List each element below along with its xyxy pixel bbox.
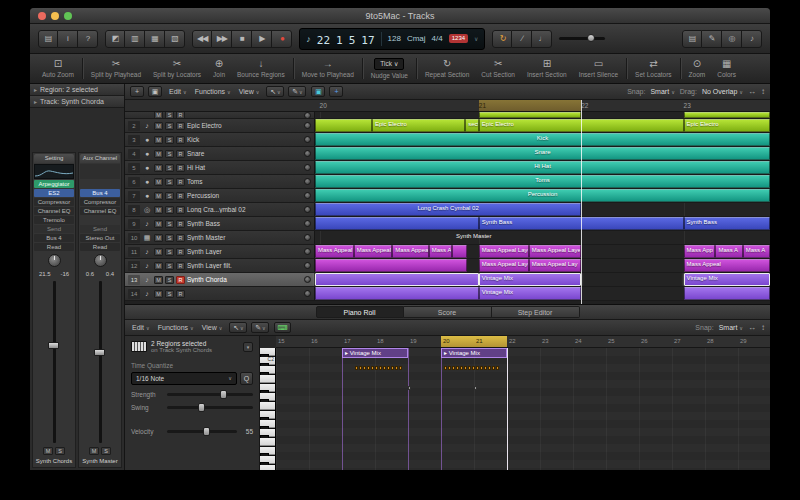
action-cut-section[interactable]: ✂Cut Section bbox=[475, 54, 521, 83]
track-mute-button[interactable]: M bbox=[154, 234, 163, 242]
midi-note[interactable] bbox=[480, 366, 483, 370]
track-record-button[interactable]: R bbox=[176, 112, 185, 119]
track-knob[interactable] bbox=[304, 112, 311, 119]
action-join[interactable]: ⊕Join bbox=[207, 54, 231, 83]
region[interactable]: Long Crash Cymbal 02 bbox=[315, 203, 581, 216]
track-header[interactable]: 2♪MSREpic Electro bbox=[125, 119, 315, 132]
track-knob[interactable] bbox=[304, 178, 311, 185]
track-knob[interactable] bbox=[304, 290, 311, 297]
action-set-locators[interactable]: ⇄Set Locators bbox=[629, 54, 678, 83]
pr-grid[interactable]: ▸ Vintage Mix▸ Vintage Mix bbox=[276, 348, 770, 470]
action-zoom[interactable]: ⊙Zoom bbox=[683, 54, 712, 83]
region[interactable]: Mass Appeal Lay bbox=[529, 259, 581, 272]
plugin-slot-compressor[interactable]: Compressor bbox=[34, 198, 74, 206]
region[interactable]: Mass Appeal Laye bbox=[392, 245, 428, 258]
track-mute-button[interactable]: M bbox=[154, 220, 163, 228]
plugin-slot-channel-eq[interactable]: Channel EQ bbox=[34, 207, 74, 215]
h-zoom-icon[interactable]: ↔ bbox=[748, 87, 756, 96]
midi-note[interactable] bbox=[488, 366, 491, 370]
track-knob[interactable] bbox=[304, 164, 311, 171]
track-knob[interactable] bbox=[304, 248, 311, 255]
master-volume-slider[interactable] bbox=[559, 37, 605, 40]
region[interactable]: Vintage Mix bbox=[684, 273, 770, 286]
track-solo-button[interactable]: S bbox=[165, 290, 174, 298]
action-repeat-section[interactable]: ↻Repeat Section bbox=[419, 54, 475, 83]
track-record-button[interactable]: R bbox=[176, 248, 185, 256]
track-mute-button[interactable]: M bbox=[154, 248, 163, 256]
track-record-button[interactable]: R bbox=[176, 220, 185, 228]
strength-slider-knob[interactable] bbox=[220, 390, 227, 399]
fullscreen-button[interactable] bbox=[64, 12, 72, 20]
track-header[interactable]: MSR bbox=[125, 112, 315, 118]
region[interactable]: Mass App bbox=[684, 245, 716, 258]
play-button[interactable]: ▶ bbox=[252, 30, 272, 48]
region[interactable]: Mass Appeal Laye bbox=[479, 245, 529, 258]
titlebar[interactable]: 9to5Mac - Tracks bbox=[30, 8, 770, 24]
midi-note[interactable] bbox=[496, 366, 499, 370]
velocity-slider-knob[interactable] bbox=[203, 427, 210, 436]
track-record-button[interactable]: R bbox=[176, 206, 185, 214]
midi-region[interactable]: ▸ Vintage Mix bbox=[441, 348, 507, 358]
track-mute-button[interactable]: M bbox=[154, 178, 163, 186]
track-header[interactable]: 5●MSRHi Hat bbox=[125, 161, 315, 174]
duplicate-track-button[interactable]: ▣ bbox=[148, 86, 162, 97]
smart-controls-button[interactable]: ◩ bbox=[105, 30, 125, 48]
track-record-button[interactable]: R bbox=[176, 234, 185, 242]
midi-note[interactable] bbox=[448, 366, 451, 370]
track-knob[interactable] bbox=[304, 192, 311, 199]
track-knob[interactable] bbox=[304, 262, 311, 269]
track-knob[interactable] bbox=[304, 136, 311, 143]
midi-in-button[interactable]: + bbox=[329, 86, 343, 97]
midi-note[interactable] bbox=[476, 366, 479, 370]
output-slot[interactable]: Bus 4 bbox=[34, 234, 74, 242]
region[interactable]: Epic Electro bbox=[372, 119, 465, 132]
forward-button[interactable]: ▶▶ bbox=[212, 30, 232, 48]
tab-piano-roll[interactable]: Piano Roll bbox=[316, 306, 404, 318]
catch-playhead-button[interactable]: ▣ bbox=[311, 86, 325, 97]
note-pads-button[interactable]: ✎ bbox=[702, 30, 722, 48]
volume-fader[interactable] bbox=[34, 279, 74, 445]
region[interactable]: Vintage Mix bbox=[479, 273, 581, 286]
track-record-button[interactable]: R bbox=[176, 276, 185, 284]
midi-note[interactable] bbox=[492, 366, 495, 370]
record-button[interactable]: ● bbox=[272, 30, 292, 48]
track-header[interactable]: 9♪MSRSynth Bass bbox=[125, 217, 315, 230]
region[interactable]: Kick bbox=[315, 133, 770, 146]
midi-note[interactable] bbox=[484, 366, 487, 370]
input-slot[interactable]: Bus 4 bbox=[80, 189, 120, 197]
snap-select[interactable]: Smart∨ bbox=[719, 324, 743, 331]
strip-1-fader-cap[interactable] bbox=[94, 349, 105, 356]
close-button[interactable] bbox=[38, 12, 46, 20]
midi-note[interactable] bbox=[383, 366, 386, 370]
midi-note[interactable] bbox=[395, 366, 398, 370]
h-zoom-icon[interactable]: ↔ bbox=[748, 323, 756, 332]
menu-view[interactable]: View∨ bbox=[200, 324, 225, 331]
region[interactable] bbox=[452, 245, 468, 258]
track-solo-button[interactable]: S bbox=[165, 234, 174, 242]
piano-key-white[interactable] bbox=[260, 375, 275, 383]
region[interactable]: Mass A bbox=[429, 245, 452, 258]
swing-slider[interactable] bbox=[167, 406, 253, 409]
region[interactable]: Mass A bbox=[715, 245, 742, 258]
midi-note[interactable] bbox=[367, 366, 370, 370]
track-mute-button[interactable]: M bbox=[154, 276, 163, 284]
region[interactable]: Mass Appeal Laye bbox=[315, 245, 354, 258]
minimize-button[interactable] bbox=[51, 12, 59, 20]
instrument-slot[interactable]: ES2 bbox=[34, 189, 74, 197]
track-mute-button[interactable]: M bbox=[154, 262, 163, 270]
action-colors[interactable]: ▦Colors bbox=[711, 54, 742, 83]
midi-note[interactable] bbox=[375, 366, 378, 370]
drag-select[interactable]: No Overlap∨ bbox=[702, 88, 743, 95]
region[interactable]: Vintage Mix bbox=[479, 287, 581, 300]
track-solo-button[interactable]: S bbox=[165, 220, 174, 228]
track-record-button[interactable]: R bbox=[176, 192, 185, 200]
region[interactable]: Synth Bass bbox=[684, 217, 770, 230]
track-mute-button[interactable]: M bbox=[154, 112, 163, 119]
media-browser-button[interactable]: ♪ bbox=[742, 30, 762, 48]
region[interactable] bbox=[479, 112, 581, 118]
track-mute-button[interactable]: M bbox=[154, 192, 163, 200]
menu-edit[interactable]: Edit∨ bbox=[130, 324, 152, 331]
track-record-button[interactable]: R bbox=[176, 122, 185, 130]
pan-knob[interactable] bbox=[48, 254, 61, 267]
track-header[interactable]: 11♪MSRSynth Layer bbox=[125, 245, 315, 258]
